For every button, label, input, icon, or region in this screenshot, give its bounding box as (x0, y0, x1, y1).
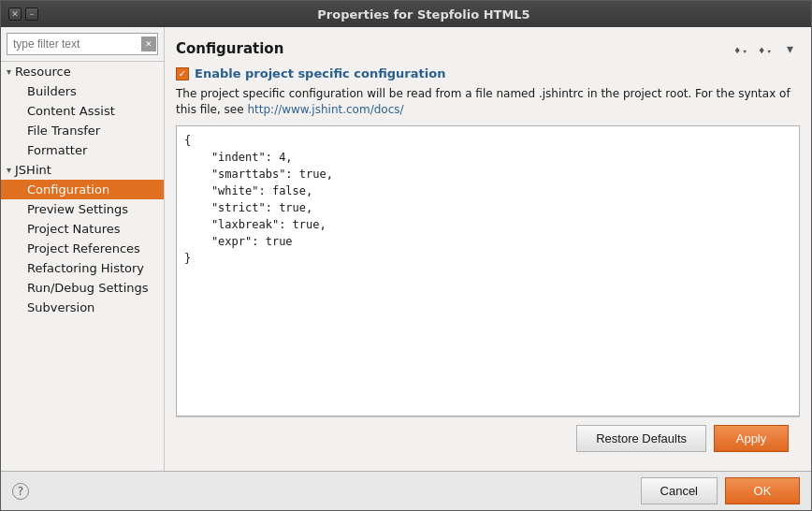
sidebar-item-label: Subversion (27, 300, 94, 314)
sidebar-item-jshint[interactable]: ▾ JSHint (1, 160, 164, 180)
close-button[interactable]: ✕ (8, 7, 22, 21)
code-editor[interactable]: { "indent": 4, "smarttabs": true, "white… (176, 125, 800, 416)
sidebar-item-refactoring-history[interactable]: Refactoring History (1, 258, 164, 278)
description-text: The project specific configuration will … (176, 86, 800, 118)
nav-forward-button[interactable]: ⬧▾ (755, 38, 776, 59)
sidebar-item-project-natures[interactable]: Project Natures (1, 219, 164, 239)
bottom-bar: Restore Defaults Apply (176, 416, 800, 460)
cancel-button[interactable]: Cancel (641, 477, 718, 504)
panel-toolbar: ⬧▾ ⬧▾ ▾ (731, 38, 800, 59)
content-area: ✕ ▾ Resource Builders Content Assist Fil… (1, 27, 811, 471)
enable-label: Enable project specific configuration (195, 66, 445, 80)
sidebar-item-label: Project References (27, 241, 140, 256)
filter-input[interactable] (7, 33, 158, 55)
sidebar-item-label: Resource (15, 65, 71, 79)
restore-defaults-button[interactable]: Restore Defaults (576, 425, 706, 452)
titlebar: ✕ – Properties for Stepfolio HTML5 (1, 1, 811, 27)
sidebar-item-label: Builders (27, 84, 77, 98)
expand-arrow-icon: ▾ (7, 66, 11, 77)
nav-expand-icon: ▾ (787, 41, 793, 56)
sidebar-item-configuration[interactable]: Configuration (1, 180, 164, 199)
nav-back-icon: ⬧▾ (733, 41, 748, 56)
filter-wrap: ✕ (7, 33, 158, 55)
nav-back-button[interactable]: ⬧▾ (731, 38, 751, 59)
help-icon[interactable]: ? (12, 483, 29, 500)
sidebar-item-resource[interactable]: ▾ Resource (1, 62, 164, 81)
sidebar-item-label: Content Assist (27, 104, 115, 118)
panel-title: Configuration (176, 40, 283, 57)
ok-button[interactable]: OK (725, 477, 800, 504)
nav-expand-button[interactable]: ▾ (779, 38, 800, 59)
filter-clear-button[interactable]: ✕ (141, 36, 156, 51)
sidebar-item-formatter[interactable]: Formatter (1, 140, 164, 160)
apply-button[interactable]: Apply (714, 425, 789, 452)
window-controls[interactable]: ✕ – (8, 7, 38, 21)
sidebar-item-preview-settings[interactable]: Preview Settings (1, 199, 164, 219)
sidebar-item-subversion[interactable]: Subversion (1, 298, 164, 317)
sidebar-item-label: Configuration (27, 182, 109, 197)
sidebar-item-label: Refactoring History (27, 261, 144, 275)
nav-forward-icon: ⬧▾ (758, 41, 773, 56)
sidebar-item-label: Formatter (27, 143, 87, 157)
sidebar-item-file-transfer[interactable]: File Transfer (1, 121, 164, 140)
panel-header: Configuration ⬧▾ ⬧▾ ▾ (176, 38, 800, 59)
sidebar-item-label: File Transfer (27, 124, 100, 138)
minimize-button[interactable]: – (25, 7, 38, 21)
sidebar-item-run-debug-settings[interactable]: Run/Debug Settings (1, 278, 164, 298)
sidebar-item-label: JSHint (15, 163, 51, 177)
footer-buttons: Cancel OK (641, 477, 800, 504)
window-title: Properties for Stepfolio HTML5 (44, 7, 804, 22)
enable-checkbox[interactable]: ✓ (176, 67, 189, 80)
enable-row: ✓ Enable project specific configuration (176, 66, 800, 80)
main-panel: Configuration ⬧▾ ⬧▾ ▾ ✓ Enable project s… (165, 27, 811, 471)
footer-bar: ? Cancel OK (1, 471, 811, 510)
sidebar-item-label: Project Natures (27, 222, 120, 236)
expand-arrow-icon: ▾ (7, 165, 11, 175)
sidebar: ✕ ▾ Resource Builders Content Assist Fil… (1, 27, 165, 471)
sidebar-item-label: Preview Settings (27, 202, 128, 216)
sidebar-item-content-assist[interactable]: Content Assist (1, 101, 164, 121)
sidebar-item-project-references[interactable]: Project References (1, 239, 164, 258)
main-window: ✕ – Properties for Stepfolio HTML5 ✕ ▾ R… (0, 0, 812, 511)
jshint-docs-link[interactable]: http://www.jshint.com/docs/ (247, 103, 403, 116)
filter-box: ✕ (1, 27, 164, 62)
sidebar-item-label: Run/Debug Settings (27, 281, 149, 295)
sidebar-item-builders[interactable]: Builders (1, 81, 164, 101)
